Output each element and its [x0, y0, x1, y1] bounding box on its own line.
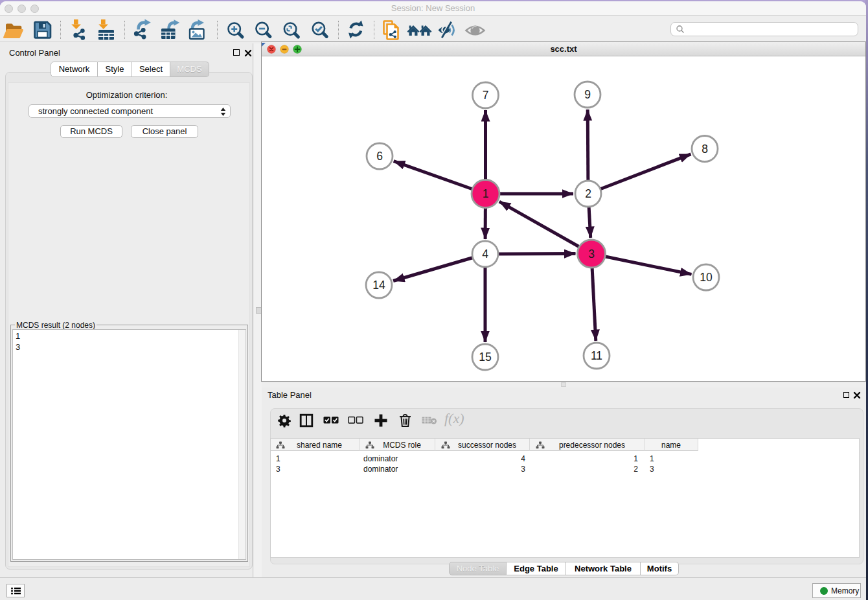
svg-text:10: 10 — [700, 271, 713, 284]
svg-text:4: 4 — [482, 248, 488, 260]
svg-text:14: 14 — [372, 279, 385, 292]
svg-text:8: 8 — [702, 143, 708, 156]
svg-text:7: 7 — [483, 89, 489, 102]
svg-text:1: 1 — [483, 187, 489, 200]
svg-text:9: 9 — [584, 88, 591, 101]
svg-text:3: 3 — [588, 248, 595, 260]
svg-text:11: 11 — [591, 349, 602, 362]
svg-text:6: 6 — [376, 150, 383, 163]
svg-text:15: 15 — [479, 351, 491, 363]
svg-text:2: 2 — [585, 187, 591, 200]
